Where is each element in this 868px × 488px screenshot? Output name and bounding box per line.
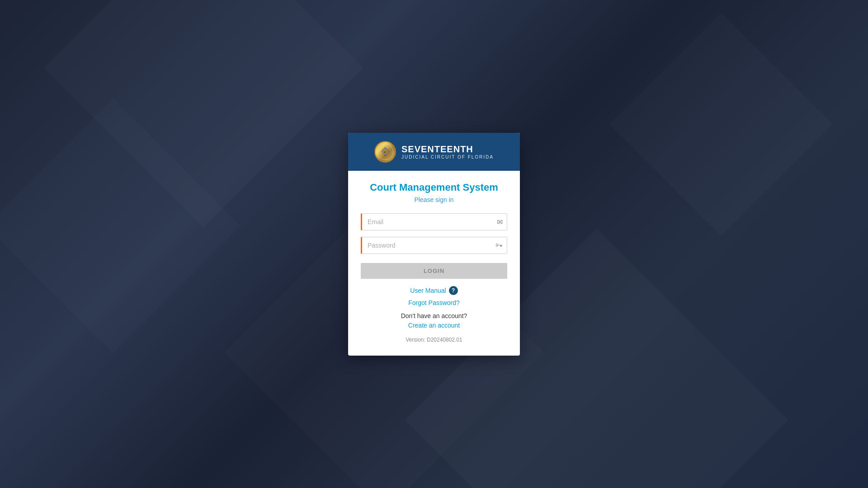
email-icon: ✉ (497, 217, 503, 226)
forgot-password-container: Forgot Password? (361, 299, 507, 307)
no-account-text: Don't have an account? (361, 312, 507, 319)
svg-text:17: 17 (384, 151, 387, 154)
create-account-link[interactable]: Create an account (408, 322, 460, 329)
bg-shape-4 (609, 13, 833, 236)
login-button[interactable]: LOGIN (361, 263, 507, 279)
create-account-container: Create an account (361, 321, 507, 329)
email-field-container: ✉ (361, 213, 507, 230)
password-field-container: 🗝 (361, 237, 507, 254)
court-seal: 17 (374, 141, 396, 163)
please-sign-in: Please sign in (361, 196, 507, 203)
header-text: SEVENTEENTH JUDICIAL CIRCUIT OF FLORIDA (401, 144, 494, 160)
version-text: Version: D20240802.01 (361, 337, 507, 343)
password-input[interactable] (361, 237, 507, 254)
forgot-password-link[interactable]: Forgot Password? (408, 299, 460, 306)
card-header: 17 SEVENTEENTH JUDICIAL CIRCUIT OF FLORI… (348, 133, 520, 171)
login-card: 17 SEVENTEENTH JUDICIAL CIRCUIT OF FLORI… (348, 133, 520, 356)
help-icon: ? (449, 286, 458, 295)
system-title: Court Management System (361, 182, 507, 193)
email-input[interactable] (361, 213, 507, 230)
card-body: Court Management System Please sign in ✉… (348, 171, 520, 356)
header-title-sub: JUDICIAL CIRCUIT OF FLORIDA (401, 155, 494, 160)
user-manual-link[interactable]: User Manual (410, 287, 446, 294)
user-manual-container: User Manual ? (361, 286, 507, 295)
header-title-main: SEVENTEENTH (401, 144, 494, 155)
password-icon: 🗝 (495, 241, 503, 249)
seal-inner: 17 (377, 144, 393, 160)
